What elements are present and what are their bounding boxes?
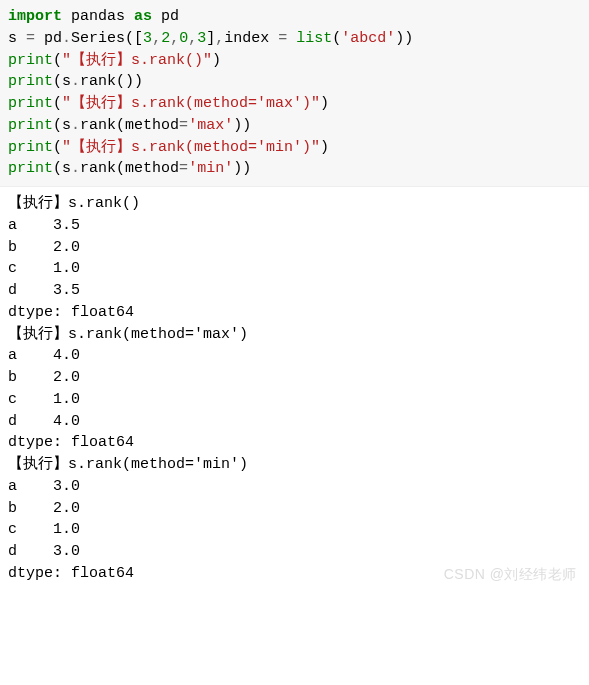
lparen: ( xyxy=(53,139,62,156)
string-abcd: 'abcd' xyxy=(341,30,395,47)
num: 3 xyxy=(143,30,152,47)
code-line-4: print(s.rank()) xyxy=(8,71,581,93)
string-min: 'min' xyxy=(188,160,233,177)
lparen: ( xyxy=(53,160,62,177)
rparen: ) xyxy=(395,30,404,47)
code-line-1: import pandas as pd xyxy=(8,6,581,28)
var-s: s xyxy=(62,73,71,90)
output-header-default: 【执行】s.rank() xyxy=(8,193,581,215)
rparen: ) xyxy=(242,160,251,177)
output-row-c: c 1.0 xyxy=(8,258,581,280)
method-rank: rank xyxy=(80,160,116,177)
string-exec-max: "【执行】s.rank(method='max')" xyxy=(62,95,320,112)
lparen: ( xyxy=(53,52,62,69)
output-row-d: d 4.0 xyxy=(8,411,581,433)
var-s: s xyxy=(8,30,17,47)
code-block: import pandas as pd s = pd.Series([3,2,0… xyxy=(0,0,589,187)
output-row-d: d 3.5 xyxy=(8,280,581,302)
pd-ref: pd xyxy=(44,30,62,47)
dot: . xyxy=(71,73,80,90)
output-dtype: dtype: float64 xyxy=(8,432,581,454)
output-row-a: a 3.0 xyxy=(8,476,581,498)
lparen: ( xyxy=(116,160,125,177)
var-s: s xyxy=(62,117,71,134)
output-row-a: a 4.0 xyxy=(8,345,581,367)
parens: () xyxy=(116,73,134,90)
output-row-d: d 3.0 xyxy=(8,541,581,563)
code-line-3: print("【执行】s.rank()") xyxy=(8,50,581,72)
rparen: ) xyxy=(320,95,329,112)
builtin-print: print xyxy=(8,160,53,177)
lparen: ( xyxy=(53,73,62,90)
output-row-b: b 2.0 xyxy=(8,237,581,259)
num: 0 xyxy=(179,30,188,47)
code-line-8: print(s.rank(method='min')) xyxy=(8,158,581,180)
comma: , xyxy=(170,30,179,47)
lbracket: [ xyxy=(134,30,143,47)
rparen: ) xyxy=(134,73,143,90)
keyword-import: import xyxy=(8,8,62,25)
string-exec-min: "【执行】s.rank(method='min')" xyxy=(62,139,320,156)
series-call: Series xyxy=(71,30,125,47)
rparen: ) xyxy=(320,139,329,156)
op-assign: = xyxy=(179,117,188,134)
num: 2 xyxy=(161,30,170,47)
output-header-min: 【执行】s.rank(method='min') xyxy=(8,454,581,476)
string-exec-rank: "【执行】s.rank()" xyxy=(62,52,212,69)
rparen: ) xyxy=(233,160,242,177)
rparen: ) xyxy=(212,52,221,69)
code-line-5: print("【执行】s.rank(method='max')") xyxy=(8,93,581,115)
module-name: pandas xyxy=(71,8,125,25)
rbracket: ] xyxy=(206,30,215,47)
lparen: ( xyxy=(125,30,134,47)
alias-name: pd xyxy=(161,8,179,25)
builtin-print: print xyxy=(8,95,53,112)
builtin-list: list xyxy=(296,30,332,47)
string-max: 'max' xyxy=(188,117,233,134)
output-row-c: c 1.0 xyxy=(8,519,581,541)
method-rank: rank xyxy=(80,117,116,134)
output-block: 【执行】s.rank() a 3.5 b 2.0 c 1.0 d 3.5 dty… xyxy=(0,187,589,595)
output-row-b: b 2.0 xyxy=(8,367,581,389)
code-line-7: print("【执行】s.rank(method='min')") xyxy=(8,137,581,159)
kwarg-index: index xyxy=(224,30,269,47)
output-dtype: dtype: float64 xyxy=(8,302,581,324)
comma: , xyxy=(215,30,224,47)
output-row-a: a 3.5 xyxy=(8,215,581,237)
code-line-6: print(s.rank(method='max')) xyxy=(8,115,581,137)
output-row-c: c 1.0 xyxy=(8,389,581,411)
builtin-print: print xyxy=(8,139,53,156)
op-assign: = xyxy=(17,30,44,47)
method-rank: rank xyxy=(80,73,116,90)
lparen: ( xyxy=(53,117,62,134)
kwarg-method: method xyxy=(125,117,179,134)
code-line-2: s = pd.Series([3,2,0,3],index = list('ab… xyxy=(8,28,581,50)
lparen: ( xyxy=(332,30,341,47)
var-s: s xyxy=(62,160,71,177)
keyword-as: as xyxy=(134,8,152,25)
dot: . xyxy=(71,160,80,177)
comma: , xyxy=(188,30,197,47)
output-row-b: b 2.0 xyxy=(8,498,581,520)
output-dtype: dtype: float64 xyxy=(8,563,581,585)
output-header-max: 【执行】s.rank(method='max') xyxy=(8,324,581,346)
builtin-print: print xyxy=(8,73,53,90)
dot: . xyxy=(62,30,71,47)
builtin-print: print xyxy=(8,52,53,69)
rparen: ) xyxy=(242,117,251,134)
num: 3 xyxy=(197,30,206,47)
kwarg-method: method xyxy=(125,160,179,177)
dot: . xyxy=(71,117,80,134)
lparen: ( xyxy=(53,95,62,112)
builtin-print: print xyxy=(8,117,53,134)
rparen: ) xyxy=(404,30,413,47)
comma: , xyxy=(152,30,161,47)
op-assign: = xyxy=(179,160,188,177)
op-assign: = xyxy=(269,30,296,47)
rparen: ) xyxy=(233,117,242,134)
lparen: ( xyxy=(116,117,125,134)
